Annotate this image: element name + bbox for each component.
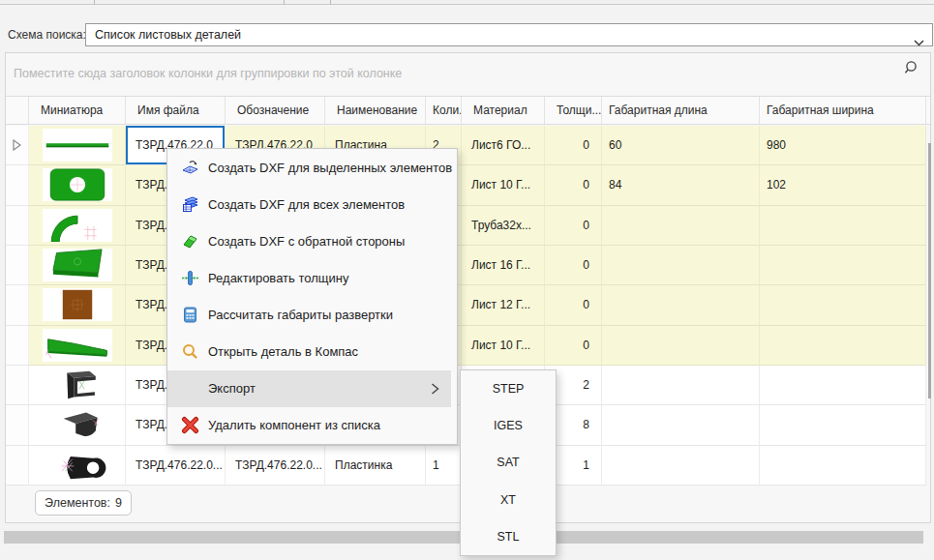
menu-item-calc-flat-dims[interactable]: Рассчитать габариты развертки bbox=[167, 296, 457, 333]
cell-material[interactable]: Лист6 ГО... bbox=[462, 126, 545, 165]
combobox-value: Список листовых деталей bbox=[95, 28, 241, 42]
row-expand-indicator[interactable] bbox=[6, 326, 29, 366]
row-expand-indicator[interactable] bbox=[6, 366, 29, 405]
cell-thumb[interactable] bbox=[29, 165, 126, 205]
element-count-label: Элементов: bbox=[45, 496, 110, 510]
header-cell-length[interactable]: Габаритная длина bbox=[602, 97, 760, 124]
cell-thickness[interactable]: 0 bbox=[545, 126, 602, 165]
row-expand-indicator[interactable] bbox=[6, 446, 29, 486]
table-row: ТЗРД.476.22.0...Лист 16 Г...0 bbox=[6, 246, 930, 285]
menu-item-create-dxf-back[interactable]: Создать DXF с обратной стороны bbox=[167, 222, 457, 259]
cell-thumb[interactable] bbox=[29, 206, 126, 246]
header-cell-indicator bbox=[6, 97, 29, 124]
menu-item-label: Удалить компонент из списка bbox=[208, 418, 380, 432]
cell-thickness[interactable]: 0 bbox=[545, 206, 602, 246]
cell-length[interactable] bbox=[602, 366, 760, 405]
menu-item-label: Создать DXF для всех элементов bbox=[208, 197, 405, 212]
submenu-item-step[interactable]: STEP bbox=[461, 370, 556, 407]
cell-width[interactable] bbox=[760, 206, 926, 246]
app-window: Схема поиска: Список листовых деталей По… bbox=[0, 0, 934, 560]
table-row: ТЗРД.476.22.0...Труба32х...0 bbox=[6, 206, 930, 246]
cell-width[interactable]: 102 bbox=[760, 165, 926, 205]
cell-length[interactable] bbox=[602, 446, 760, 486]
header-cell-designation[interactable]: Обозначение bbox=[226, 97, 325, 124]
menu-item-label: Редактировать толщину bbox=[208, 271, 348, 285]
cell-file[interactable]: ТЗРД.476.22.0... bbox=[126, 446, 226, 486]
dxf-back-icon bbox=[180, 231, 199, 251]
cell-name[interactable]: Пластинка bbox=[325, 446, 426, 486]
cell-material[interactable]: Лист 10 Г... bbox=[462, 165, 545, 205]
cell-length[interactable] bbox=[602, 285, 760, 325]
cell-material[interactable]: Труба32х... bbox=[462, 206, 545, 246]
row-expand-indicator[interactable] bbox=[6, 206, 29, 246]
submenu-item-iges[interactable]: IGES bbox=[461, 407, 556, 444]
element-count-value: 9 bbox=[115, 496, 122, 510]
cell-thumb[interactable] bbox=[29, 446, 126, 486]
menu-item-create-dxf-all[interactable]: Создать DXF для всех элементов bbox=[167, 186, 457, 222]
menu-item-label: Открыть деталь в Компас bbox=[208, 344, 358, 359]
submenu-item-sat[interactable]: SAT bbox=[461, 444, 556, 481]
menu-item-export[interactable]: Экспорт bbox=[167, 370, 451, 407]
cell-width[interactable] bbox=[760, 285, 926, 325]
menu-item-edit-thickness[interactable]: Редактировать толщину bbox=[167, 259, 457, 296]
cell-width[interactable]: 980 bbox=[760, 126, 926, 165]
menu-item-label: Рассчитать габариты развертки bbox=[208, 308, 393, 322]
header-cell-name[interactable]: Наименование bbox=[325, 97, 426, 124]
table-row: ТЗРД.476.22.0...Лист 12 Г...0 bbox=[6, 285, 930, 325]
row-expand-indicator[interactable] bbox=[6, 405, 29, 445]
cell-length[interactable] bbox=[602, 246, 760, 285]
header-cell-qty[interactable]: Коли... bbox=[426, 97, 462, 124]
header-cell-thickness[interactable]: Толщи... bbox=[545, 97, 602, 124]
cell-length[interactable] bbox=[602, 405, 760, 445]
cell-material[interactable]: Лист 10 Г... bbox=[462, 326, 545, 366]
header-cell-material[interactable]: Материал bbox=[462, 97, 545, 124]
cell-thumb[interactable] bbox=[29, 126, 126, 165]
search-schema-combobox[interactable]: Список листовых деталей bbox=[85, 23, 933, 46]
cell-length[interactable]: 60 bbox=[602, 126, 760, 165]
row-expand-indicator[interactable] bbox=[6, 246, 29, 285]
cell-thickness[interactable]: 0 bbox=[545, 285, 602, 325]
cell-width[interactable] bbox=[760, 366, 926, 405]
header-cell-thumb[interactable]: Миниатюра bbox=[29, 97, 126, 124]
cell-width[interactable] bbox=[760, 405, 926, 445]
cell-length[interactable]: 84 bbox=[602, 165, 760, 205]
header-cell-width[interactable]: Габаритная ширина bbox=[760, 97, 926, 124]
cell-thumb[interactable] bbox=[29, 285, 126, 325]
menu-item-label: Экспорт bbox=[208, 381, 256, 396]
chevron-down-icon[interactable] bbox=[914, 33, 924, 40]
vertical-scrollbar-thumb[interactable] bbox=[928, 143, 931, 398]
cell-thumb[interactable] bbox=[29, 326, 126, 366]
part-thumbnail-dark-angle bbox=[43, 408, 112, 441]
delete-icon bbox=[180, 416, 199, 435]
cell-material[interactable]: Лист 12 Г... bbox=[462, 285, 545, 325]
cell-thumb[interactable] bbox=[29, 246, 126, 285]
cell-width[interactable] bbox=[760, 326, 926, 366]
cell-width[interactable] bbox=[760, 246, 926, 285]
export-submenu: STEPIGESSATXTSTL bbox=[460, 369, 557, 556]
cell-qty[interactable]: 1 bbox=[426, 446, 462, 486]
header-cell-file[interactable]: Имя файла bbox=[126, 97, 226, 124]
menu-item-open-in-kompas[interactable]: Открыть деталь в Компас bbox=[167, 333, 457, 369]
cell-width[interactable] bbox=[760, 446, 926, 486]
search-icon[interactable] bbox=[903, 60, 919, 75]
row-expand-indicator[interactable] bbox=[6, 126, 29, 165]
cell-thumb[interactable] bbox=[29, 405, 126, 445]
context-menu: Создать DXF для выделенных элементовСозд… bbox=[166, 148, 458, 445]
menu-item-create-dxf-selected[interactable]: Создать DXF для выделенных элементов bbox=[167, 149, 457, 186]
submenu-item-stl[interactable]: STL bbox=[461, 518, 556, 555]
cell-thickness[interactable]: 0 bbox=[545, 326, 602, 366]
row-expand-indicator[interactable] bbox=[6, 285, 29, 325]
menu-item-delete-component[interactable]: Удалить компонент из списка bbox=[167, 407, 457, 444]
part-thumbnail-brown-plate bbox=[43, 288, 112, 321]
cell-thickness[interactable]: 0 bbox=[545, 246, 602, 285]
cell-thumb[interactable] bbox=[29, 366, 126, 405]
cell-designation[interactable]: ТЗРД.476.22.0... bbox=[226, 446, 325, 486]
cell-length[interactable] bbox=[602, 326, 760, 366]
submenu-item-xt[interactable]: XT bbox=[461, 482, 556, 518]
menu-item-label: Создать DXF для выделенных элементов bbox=[208, 161, 452, 175]
row-expand-indicator[interactable] bbox=[6, 165, 29, 205]
menu-item-label: Создать DXF с обратной стороны bbox=[208, 234, 405, 249]
cell-material[interactable]: Лист 16 Г... bbox=[462, 246, 545, 285]
cell-thickness[interactable]: 0 bbox=[545, 165, 602, 205]
cell-length[interactable] bbox=[602, 206, 760, 246]
